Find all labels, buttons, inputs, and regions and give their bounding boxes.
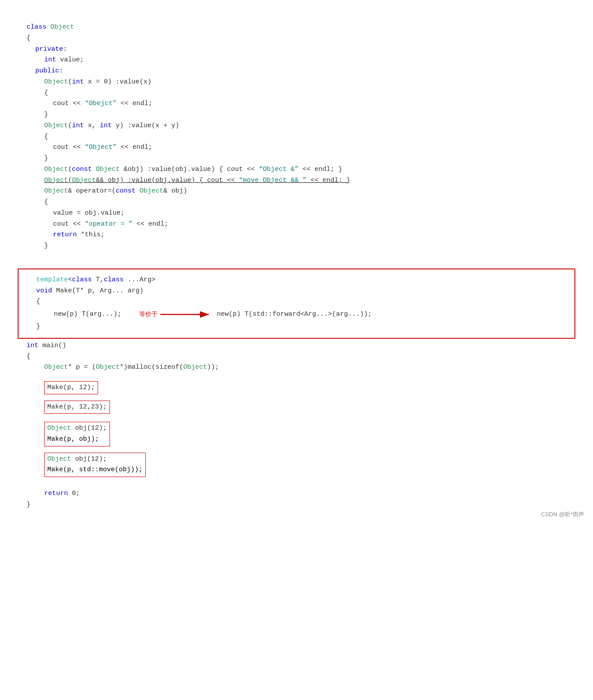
call-box-group-3: Object obj(12); Make(p, obj); xyxy=(44,422,575,446)
line: Object(Object&& obj) :value(obj.value) {… xyxy=(26,175,575,186)
line: Object(int x, int y) :value(x + y) xyxy=(26,121,575,132)
closing-brace: } xyxy=(26,499,575,511)
annotation-row: new(p) T(arg...); 等价于 new(p) T(std::forw… xyxy=(54,308,566,321)
line: cout << “Obejct” << endl; xyxy=(26,98,575,110)
line: Object(const Object &obj) :value(obj.val… xyxy=(26,164,575,175)
template-line-3: { xyxy=(36,296,566,307)
gap2 xyxy=(26,479,575,488)
line: public: xyxy=(26,66,575,77)
line: { xyxy=(26,197,575,208)
line: { xyxy=(26,33,575,44)
call-box-1-text: Make(p, 12); xyxy=(47,384,95,391)
line: } xyxy=(26,153,575,164)
line: cout << “opeator = ” << endl; xyxy=(26,219,575,230)
template-line-4: } xyxy=(36,322,566,333)
call-box-1: Make(p, 12); xyxy=(44,381,98,394)
class-code-block: class Object { private: int value; publi… xyxy=(18,22,575,252)
call-box-2-text: Make(p, 12,23); xyxy=(47,403,107,411)
call-box-4b: Make(p, std::move(obj)); xyxy=(47,465,143,476)
call-box-4a: Object obj(12); xyxy=(47,454,143,465)
line: } xyxy=(26,110,575,121)
return-line: return 0; xyxy=(26,488,575,499)
line: { xyxy=(26,88,575,99)
main-code-block: int main() { Object* p = (Object*)malloc… xyxy=(18,341,575,511)
main-line-3: Object* p = (Object*)malloc(sizeof(Objec… xyxy=(26,362,575,373)
call-box-3: Object obj(12); Make(p, obj); xyxy=(44,422,110,446)
annotation-text: 等价于 xyxy=(139,310,158,319)
main-line-1: int main() xyxy=(26,341,575,352)
template-line-1: template<class T,class ...Arg> xyxy=(36,275,566,286)
gap xyxy=(18,252,575,261)
watermark: CSDN @听*雨声 xyxy=(541,510,584,519)
line: value = obj.value; xyxy=(26,208,575,219)
line: { xyxy=(26,132,575,143)
line: Object(int x = 0) :value(x) xyxy=(26,77,575,88)
line: Object& operator=(const Object& obj) xyxy=(26,186,575,197)
template-line-2: void Make(T* p, Arg... arg) xyxy=(36,286,566,297)
line: } xyxy=(26,241,575,252)
call-box-3b: Make(p, obj); xyxy=(47,434,107,445)
template-red-box: template<class T,class ...Arg> void Make… xyxy=(18,269,575,339)
new-p-call: new(p) T(arg...); xyxy=(54,309,121,320)
line: class Object xyxy=(26,22,575,33)
call-box-2: Make(p, 12,23); xyxy=(44,401,110,414)
call-box-group-1: Make(p, 12); xyxy=(44,379,575,396)
main-line-2: { xyxy=(26,352,575,363)
line: cout << “Object” << endl; xyxy=(26,142,575,153)
call-box-group-2: Make(p, 12,23); xyxy=(44,399,575,416)
call-box-group-4: Object obj(12); Make(p, std::move(obj)); xyxy=(44,453,575,477)
template-code: template<class T,class ...Arg> void Make… xyxy=(27,275,566,333)
page-wrapper: class Object { private: int value; publi… xyxy=(0,9,593,524)
call-box-3a: Object obj(12); xyxy=(47,423,107,434)
new-p-forward: new(p) T(std::forward<Arg...>(arg...)); xyxy=(217,309,372,320)
call-box-4: Object obj(12); Make(p, std::move(obj)); xyxy=(44,453,146,477)
line: int value; xyxy=(26,55,575,66)
line: return *this; xyxy=(26,230,575,241)
arrow-icon xyxy=(160,308,213,321)
line: private: xyxy=(26,44,575,55)
